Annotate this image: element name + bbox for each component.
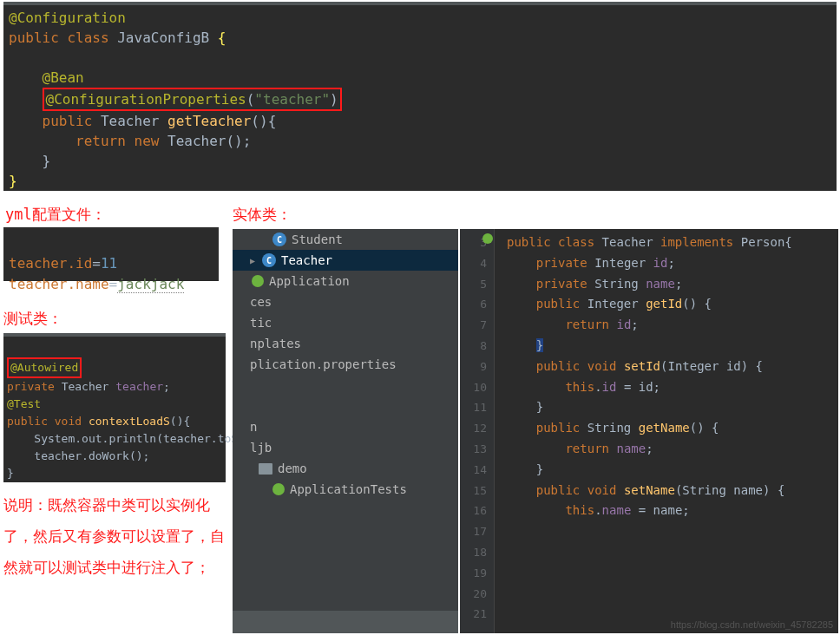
line-number-gutter: 3456789101112131415161718192021 <box>460 229 495 633</box>
tree-item[interactable]: nplates <box>233 333 458 354</box>
spring-boot-icon <box>252 275 264 287</box>
config-class-editor: @Configuration public class JavaConfigB … <box>3 2 837 191</box>
line-number: 9 <box>465 357 487 377</box>
line-number: 7 <box>465 315 487 336</box>
line-number: 19 <box>465 563 487 584</box>
tree-arrow-icon <box>236 339 245 348</box>
tree-arrow-icon <box>236 298 245 306</box>
tree-arrow-icon: ▶ <box>248 256 257 265</box>
line-number: 21 <box>465 604 487 625</box>
line-number: 6 <box>465 294 487 315</box>
tree-arrow-icon <box>236 318 245 327</box>
highlighted-configuration-properties: @ConfigurationProperties("teacher") <box>43 88 342 111</box>
code-line: } <box>507 397 838 418</box>
tree-item-label: ces <box>250 295 458 309</box>
spring-boot-icon <box>482 233 493 244</box>
tree-item[interactable]: CStudent <box>233 229 458 250</box>
explanation-note: 说明：既然容器中类可以实例化了，然后又有参数可以设置了，自然就可以测试类中进行注… <box>3 489 229 583</box>
annotation-bean: @Bean <box>43 69 84 86</box>
tree-item-label: ApplicationTests <box>290 482 458 496</box>
tree-item[interactable] <box>233 396 458 416</box>
tree-arrow-icon <box>259 485 267 494</box>
tree-item[interactable]: ces <box>233 291 458 312</box>
code-line: public String getName() { <box>507 418 838 439</box>
tree-item[interactable]: ▶CTeacher <box>233 250 458 271</box>
project-tree-panel[interactable]: CStudent▶CTeacherApplicationcesticnplate… <box>233 229 458 633</box>
line-number: 14 <box>465 460 487 481</box>
tree-arrow-icon <box>238 277 246 285</box>
line-number: 17 <box>465 521 487 542</box>
tree-item-label: Teacher <box>281 253 458 267</box>
annotation-test: @Test <box>7 397 41 410</box>
tree-item[interactable]: n <box>233 416 458 437</box>
line-number: 10 <box>465 377 487 398</box>
line-number: 8 <box>465 336 487 357</box>
line-number: 11 <box>465 397 487 418</box>
folder-icon <box>259 463 272 475</box>
code-line: public class Teacher implements Person{ <box>507 232 838 253</box>
line-number: 13 <box>465 439 487 460</box>
tree-bottom-bar <box>233 611 458 633</box>
code-line: private Integer id; <box>507 253 838 274</box>
test-class-editor: @Autowired private Teacher teacher; @Tes… <box>3 333 226 482</box>
class-icon: C <box>262 253 276 267</box>
watermark-text: https://blog.csdn.net/weixin_45782285 <box>671 619 833 630</box>
tree-item-label: plication.properties <box>250 357 458 371</box>
code-line: this.name = name; <box>507 501 838 521</box>
tree-item[interactable]: ljb <box>233 437 458 458</box>
test-section-label: 测试类： <box>3 309 62 329</box>
tree-item-label: demo <box>278 462 458 475</box>
line-number: 18 <box>465 542 487 563</box>
line-number: 15 <box>465 481 487 501</box>
tree-arrow-icon <box>236 443 245 452</box>
yml-config-panel: teacher.id=11 teacher.name=jackjack <box>3 227 219 281</box>
tree-item[interactable]: demo <box>233 458 458 479</box>
code-area[interactable]: public class Teacher implements Person{ … <box>495 229 838 633</box>
tree-item[interactable] <box>233 375 458 396</box>
code-line: public void setId(Integer id) { <box>507 357 838 377</box>
teacher-class-editor[interactable]: 3456789101112131415161718192021 public c… <box>460 229 838 633</box>
annotation-configuration: @Configuration <box>9 10 126 26</box>
tree-item-label: Application <box>269 274 458 288</box>
tree-arrow-icon <box>245 464 253 473</box>
tree-item-label: Student <box>292 232 458 246</box>
line-number: 5 <box>465 274 487 295</box>
annotation-autowired: @Autowired <box>10 361 78 374</box>
code-line: teacher.doWork(); <box>7 449 149 462</box>
tree-item-label: n <box>250 420 458 434</box>
tree-arrow-icon <box>259 235 267 244</box>
tree-item[interactable]: plication.properties <box>233 354 458 375</box>
code-line: } <box>507 460 838 481</box>
code-line: this.id = id; <box>507 377 838 398</box>
tree-item[interactable]: tic <box>233 312 458 333</box>
line-number: 16 <box>465 501 487 521</box>
code-line: } <box>7 467 14 480</box>
tree-item-label: tic <box>250 316 458 330</box>
line-number: 20 <box>465 584 487 605</box>
yml-section-label: yml配置文件： <box>5 205 106 225</box>
tree-arrow-icon <box>236 360 245 369</box>
tree-item[interactable]: ApplicationTests <box>233 479 458 500</box>
entity-section-label: 实体类： <box>233 205 292 225</box>
tree-item-label: nplates <box>250 337 458 350</box>
code-line: public Integer getId() { <box>507 294 838 315</box>
tree-item-label: ljb <box>250 441 458 455</box>
line-number: 4 <box>465 253 487 274</box>
code-line: return name; <box>507 439 838 460</box>
tree-item[interactable]: Application <box>233 271 458 291</box>
code-line: } <box>507 336 838 357</box>
class-icon: C <box>272 232 286 246</box>
code-line: return id; <box>507 315 838 336</box>
code-line: public void setName(String name) { <box>507 481 838 501</box>
tree-arrow-icon <box>236 422 245 431</box>
code-line: private String name; <box>507 274 838 295</box>
line-number: 12 <box>465 418 487 439</box>
spring-boot-icon <box>272 483 285 495</box>
